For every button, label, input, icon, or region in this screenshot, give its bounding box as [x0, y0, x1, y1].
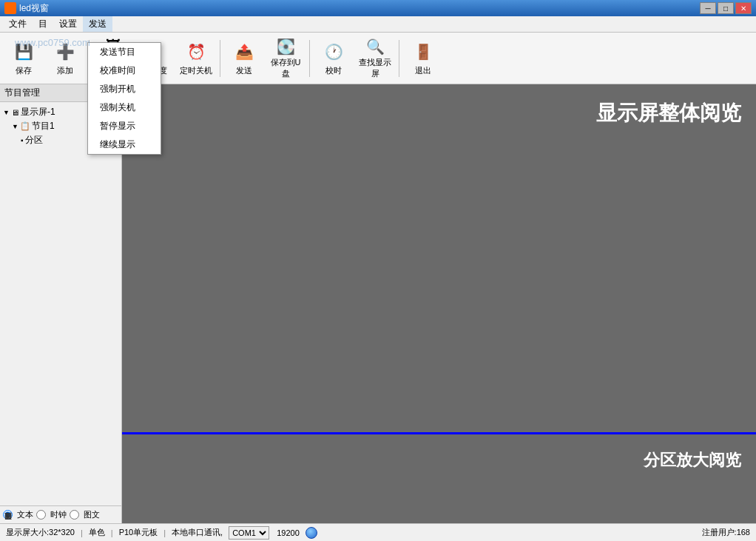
display-top: 显示屏整体阅览 [122, 84, 756, 434]
content-area: 显示屏整体阅览 分区放大阅览 [122, 84, 756, 523]
connection-status-dot [306, 527, 317, 539]
toolbar-separator-3 [309, 40, 310, 77]
maximize-button[interactable]: □ [718, 2, 734, 14]
menu-file[interactable]: 文件 [3, 16, 33, 32]
baud-value: 19200 [277, 528, 300, 537]
send-button[interactable]: 📤 发送 [225, 37, 263, 80]
toolbar-separator-4 [399, 40, 399, 77]
tree-zone-label: 分区 [25, 134, 43, 147]
expand-icon: ▼ [3, 109, 10, 116]
dropdown-force-on[interactable]: 强制开机 [88, 80, 161, 98]
status-bar: 显示屏大小:32*320 | 单色 | P10单元板 | 本地串口通讯, COM… [0, 523, 756, 541]
menu-send[interactable]: 发送 [83, 16, 112, 32]
radio-text-label[interactable]: 文本 [17, 509, 33, 520]
content-type-radio-group: 文本 时钟 图文 [3, 509, 118, 520]
save-usb-label: 保存到U盘 [269, 57, 303, 79]
calibrate-icon: 🕐 [322, 40, 345, 64]
com-select[interactable]: COM1 [229, 526, 269, 540]
window-title: led视窗 [19, 2, 700, 15]
radio-image-label[interactable]: 图文 [84, 509, 100, 520]
screen-icon: 🖥 [11, 108, 19, 117]
app-icon [4, 2, 16, 14]
exit-button[interactable]: 🚪 退出 [404, 37, 442, 80]
find-screen-label: 查找显示屏 [358, 57, 392, 79]
save-usb-button[interactable]: 💽 保存到U盘 [266, 37, 305, 80]
display-bottom: 分区放大阅览 [122, 434, 756, 523]
program-icon: 📋 [20, 121, 30, 131]
find-screen-icon: 🔍 [363, 38, 387, 56]
add-icon: ➕ [53, 40, 77, 64]
dropdown-resume-display[interactable]: 继续显示 [88, 135, 161, 154]
dropdown-calibrate-time[interactable]: 校准时间 [88, 61, 161, 80]
color-mode: 单色 [89, 527, 105, 538]
send-label: 发送 [236, 65, 252, 76]
close-button[interactable]: ✕ [735, 2, 752, 14]
tree-area: ▼ 🖥 显示屏-1 ▼ 📋 节目1 ▪ 分区 [0, 102, 121, 505]
radio-clock[interactable] [36, 510, 46, 520]
dropdown-send-program[interactable]: 发送节目 [88, 43, 161, 61]
display-bottom-label: 分区放大阅览 [644, 449, 741, 471]
module-type: P10单元板 [119, 527, 158, 538]
calibrate-label: 校时 [325, 65, 342, 76]
save-usb-icon: 💽 [274, 38, 297, 56]
menu-settings[interactable]: 设置 [53, 16, 83, 32]
menu-bar: 文件 目 设置 发送 发送节目 校准时间 强制开机 强制关机 暂停显示 继续显示 [0, 16, 756, 33]
send-icon: 📤 [232, 40, 256, 64]
zone-icon: ▪ [21, 136, 24, 144]
expand-icon-2: ▼ [12, 123, 18, 130]
add-button[interactable]: ➕ 添加 [46, 37, 84, 80]
minimize-button[interactable]: ─ [700, 2, 716, 14]
find-screen-button[interactable]: 🔍 查找显示屏 [356, 37, 394, 80]
timer-off-label: 定时关机 [180, 65, 212, 76]
registered-user: 注册用户:168 [702, 527, 750, 538]
exit-label: 退出 [415, 65, 431, 76]
save-button[interactable]: 💾 保存 [4, 37, 43, 80]
dropdown-pause-display[interactable]: 暂停显示 [88, 117, 161, 135]
save-icon: 💾 [12, 40, 36, 64]
add-label: 添加 [57, 65, 73, 76]
sidebar-bottom: 文本 时钟 图文 [0, 505, 121, 523]
dropdown-menu: 发送节目 校准时间 强制开机 强制关机 暂停显示 继续显示 [87, 42, 161, 155]
exit-icon: 🚪 [411, 40, 435, 64]
title-bar: led视窗 ─ □ ✕ [0, 0, 756, 16]
tree-program-label: 节目1 [32, 120, 55, 132]
calibrate-button[interactable]: 🕐 校时 [314, 37, 353, 80]
status-sep-1: | [81, 528, 83, 537]
display-size: 显示屏大小:32*320 [6, 527, 75, 538]
radio-image[interactable] [70, 510, 79, 520]
window-controls: ─ □ ✕ [700, 2, 752, 14]
status-sep-3: | [163, 528, 166, 537]
radio-text[interactable] [3, 510, 13, 520]
radio-clock-label[interactable]: 时钟 [50, 509, 67, 520]
toolbar-separator-2 [220, 40, 220, 77]
tree-screen-label: 显示屏-1 [21, 106, 55, 118]
display-top-label: 显示屏整体阅览 [596, 99, 741, 127]
timer-off-button[interactable]: ⏰ 定时关机 [177, 37, 215, 80]
save-label: 保存 [16, 65, 32, 76]
menu-item1[interactable]: 目 [33, 16, 53, 32]
dropdown-force-off[interactable]: 强制关机 [88, 98, 161, 117]
connection-type: 本地串口通讯, [172, 527, 223, 538]
timer-off-icon: ⏰ [184, 40, 208, 64]
status-sep-2: | [111, 528, 113, 537]
